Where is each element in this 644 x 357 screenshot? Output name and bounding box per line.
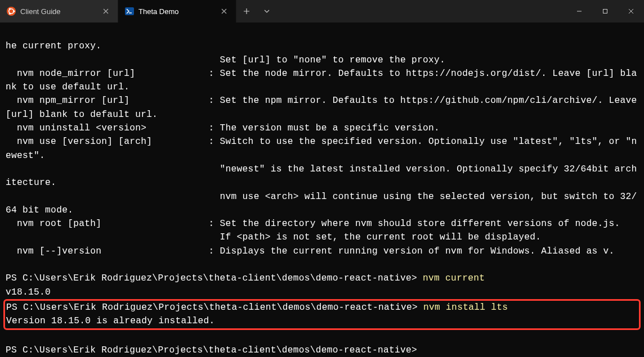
output-line: he current proxy.	[6, 41, 101, 51]
highlighted-region: PS C:\Users\Erik Rodriguez\Projects\thet…	[3, 299, 641, 330]
close-icon[interactable]	[101, 6, 111, 16]
close-icon[interactable]	[219, 6, 229, 16]
minimize-button[interactable]	[566, 0, 592, 22]
command-text: nvm install lts	[418, 302, 508, 313]
output-line: nvm root [path] : Set the directory wher…	[6, 219, 620, 229]
prompt-path: PS C:\Users\Erik Rodriguez\Projects\thet…	[6, 302, 418, 313]
prompt-path: PS C:\Users\Erik Rodriguez\Projects\thet…	[6, 273, 417, 283]
output-line: v18.15.0	[6, 287, 51, 297]
tab-client-guide[interactable]: Client Guide	[0, 0, 118, 22]
output-line: nvm [--]version : Displays the current r…	[6, 246, 615, 256]
new-tab-button[interactable]	[236, 0, 257, 22]
output-line: Set [url] to "none" to remove the proxy.	[6, 55, 445, 65]
titlebar: Client Guide Theta Demo	[0, 0, 644, 22]
ubuntu-icon	[7, 7, 16, 16]
output-line: nvm node_mirror [url] : Set the node mir…	[6, 69, 637, 92]
output-line: Version 18.15.0 is already installed.	[6, 316, 215, 326]
tab-dropdown-button[interactable]	[257, 0, 277, 22]
tab-label: Client Guide	[20, 7, 96, 16]
output-line: nvm npm_mirror [url] : Set the npm mirro…	[6, 96, 643, 119]
output-line: nvm use <arch> will continue using the s…	[6, 192, 637, 215]
prompt-path: PS C:\Users\Erik Rodriguez\Projects\thet…	[6, 345, 417, 355]
output-line: If <path> is not set, the current root w…	[6, 232, 541, 242]
svg-point-2	[13, 10, 15, 12]
titlebar-drag-area[interactable]	[277, 0, 566, 22]
tab-label: Theta Demo	[138, 7, 214, 16]
output-line: "newest" is the latest installed version…	[6, 164, 637, 188]
powershell-icon	[125, 7, 134, 16]
output-line: nvm use [version] [arch] : Switch to use…	[6, 137, 637, 160]
svg-point-4	[9, 13, 11, 15]
svg-rect-6	[603, 10, 607, 13]
close-window-button[interactable]	[618, 0, 644, 22]
tab-theta-demo[interactable]: Theta Demo	[118, 0, 236, 22]
tab-strip: Client Guide Theta Demo	[0, 0, 236, 22]
terminal-content[interactable]: he current proxy. Set [url] to "none" to…	[0, 22, 644, 357]
output-line: nvm uninstall <version> : The version mu…	[6, 123, 440, 133]
maximize-button[interactable]	[592, 0, 618, 22]
command-text: nvm current	[417, 273, 485, 283]
window-controls	[566, 0, 644, 22]
svg-point-3	[9, 8, 11, 10]
